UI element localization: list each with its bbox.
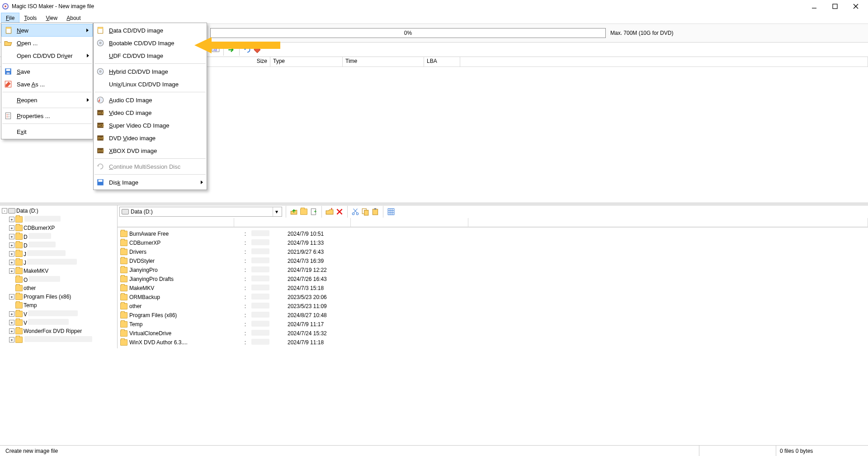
new-doc-icon[interactable]: + bbox=[310, 208, 318, 216]
app-icon bbox=[2, 3, 9, 10]
expand-icon[interactable]: + bbox=[9, 337, 14, 342]
tree-item[interactable]: +J bbox=[0, 258, 117, 266]
tree-label: other bbox=[24, 285, 36, 291]
tree-item[interactable]: +J bbox=[0, 249, 117, 258]
file-open-driver[interactable]: Open CD/DVD Driver bbox=[1, 49, 93, 62]
tree-item[interactable]: O bbox=[0, 275, 117, 284]
tree-label: WonderFox DVD Ripper bbox=[24, 328, 82, 334]
tree-item[interactable]: +D bbox=[0, 232, 117, 241]
submenu-hybrid-cd-dvd-image[interactable]: Hybrid CD/DVD Image bbox=[94, 65, 207, 78]
file-new[interactable]: New bbox=[1, 24, 93, 37]
file-row[interactable]: Drivers:2021/9/27 6:43 bbox=[118, 247, 868, 256]
tree-item[interactable]: Temp bbox=[0, 301, 117, 309]
up-folder-icon[interactable] bbox=[290, 208, 298, 216]
tree-item[interactable]: +CDBurnerXP bbox=[0, 223, 117, 232]
maximize-button[interactable] bbox=[825, 0, 845, 13]
file-list[interactable]: BurnAware Free:2024/7/9 10:51CDBurnerXP:… bbox=[118, 227, 868, 348]
expand-icon[interactable]: + bbox=[9, 251, 14, 256]
submenu-dvd-video-image[interactable]: DVDDVD Video image bbox=[94, 132, 207, 144]
chevron-down-icon[interactable]: ▾ bbox=[273, 207, 280, 216]
expand-icon[interactable]: + bbox=[9, 260, 14, 265]
file-row[interactable]: DVDStyler:2024/7/3 16:39 bbox=[118, 256, 868, 266]
vcd-icon: VCD bbox=[96, 109, 104, 117]
folder-icon bbox=[15, 302, 23, 309]
folder-icon bbox=[15, 311, 23, 317]
file-row[interactable]: Program Files (x86):2024/8/27 10:48 bbox=[118, 311, 868, 320]
file-properties[interactable]: Properties ... bbox=[1, 109, 93, 122]
submenu-disk-image[interactable]: Disk Image bbox=[94, 176, 207, 189]
file-row[interactable]: BurnAware Free:2024/7/9 10:51 bbox=[118, 229, 868, 238]
file-save-as[interactable]: Save As ... bbox=[1, 78, 93, 90]
svg-point-16 bbox=[7, 114, 8, 115]
paste-icon[interactable] bbox=[371, 208, 379, 216]
file-save[interactable]: Save bbox=[1, 65, 93, 78]
file-row[interactable]: MakeMKV:2024/7/3 15:18 bbox=[118, 284, 868, 293]
expand-icon[interactable]: - bbox=[2, 208, 7, 214]
submenu-data-cd-dvd-image[interactable]: Data CD/DVD image bbox=[94, 24, 207, 37]
copy-icon[interactable] bbox=[361, 208, 369, 216]
drive-icon bbox=[8, 208, 15, 214]
submenu-video-cd-image[interactable]: VCDVideo CD image bbox=[94, 106, 207, 119]
submenu-unix-linux-cd-dvd-image[interactable]: Unix/Linux CD/DVD Image bbox=[94, 78, 207, 90]
file-open[interactable]: Open ... bbox=[1, 37, 93, 49]
file-row[interactable]: CDBurnerXP:2024/7/9 11:33 bbox=[118, 238, 868, 247]
folder-icon bbox=[15, 268, 23, 274]
menu-view[interactable]: View bbox=[41, 13, 62, 24]
submenu-xbox-dvd-image[interactable]: DVDXBOX DVD image bbox=[94, 144, 207, 157]
file-row[interactable]: JianyingPro:2024/7/19 12:22 bbox=[118, 266, 868, 275]
col-redacted[interactable] bbox=[234, 218, 351, 227]
tree-item[interactable]: other bbox=[0, 284, 117, 292]
file-row[interactable]: Temp:2024/7/9 11:17 bbox=[118, 320, 868, 329]
col-time[interactable]: Time bbox=[343, 57, 424, 66]
cut-icon[interactable] bbox=[351, 208, 359, 216]
col-lba[interactable]: LBA bbox=[424, 57, 460, 66]
expand-icon[interactable]: + bbox=[9, 217, 14, 222]
tree-item[interactable]: +Program Files (x86) bbox=[0, 292, 117, 301]
file-reopen[interactable]: Reopen bbox=[1, 94, 93, 106]
col-spacer[interactable] bbox=[351, 218, 468, 227]
expand-icon[interactable]: + bbox=[9, 225, 14, 231]
file-exit[interactable]: Exit bbox=[1, 125, 93, 138]
drive-icon bbox=[122, 209, 129, 214]
expand-icon[interactable]: + bbox=[9, 311, 14, 317]
tree-item[interactable]: +V bbox=[0, 309, 117, 318]
submenu-udf-cd-dvd-image[interactable]: UDF CD/DVD Image bbox=[94, 49, 207, 62]
submenu-audio-cd-image[interactable]: Audio CD Image bbox=[94, 94, 207, 106]
expand-icon[interactable]: + bbox=[9, 268, 14, 274]
tree-item[interactable]: +WonderFox DVD Ripper bbox=[0, 327, 117, 335]
svg-text:+: + bbox=[314, 209, 317, 214]
folder-tree[interactable]: -Data (D:)++CDBurnerXP+D+D+J+J+MakeMKVOo… bbox=[0, 205, 117, 348]
folder-icon[interactable] bbox=[300, 208, 308, 216]
tree-item[interactable]: +MakeMKV bbox=[0, 266, 117, 275]
col-name[interactable] bbox=[118, 218, 234, 227]
close-button[interactable] bbox=[845, 0, 866, 13]
tree-item[interactable]: -Data (D:) bbox=[0, 206, 117, 215]
path-combo[interactable]: Data (D:) ▾ bbox=[119, 207, 282, 217]
expand-icon[interactable]: + bbox=[9, 242, 14, 248]
file-row[interactable]: JianyingPro Drafts:2024/7/26 16:43 bbox=[118, 275, 868, 284]
tree-item[interactable]: +D bbox=[0, 241, 117, 249]
file-row[interactable]: VirtualCloneDrive:2024/7/24 15:32 bbox=[118, 329, 868, 338]
menu-tools[interactable]: Tools bbox=[19, 13, 41, 24]
delete-icon[interactable] bbox=[335, 208, 344, 216]
svg-rect-47 bbox=[364, 210, 368, 215]
col-type[interactable]: Type bbox=[270, 57, 343, 66]
tree-item[interactable]: +V bbox=[0, 318, 117, 327]
file-row[interactable]: ORMBackup:2023/5/23 20:06 bbox=[118, 293, 868, 302]
menu-about[interactable]: About bbox=[62, 13, 85, 24]
expand-icon[interactable]: + bbox=[9, 328, 14, 334]
file-row[interactable]: WinX DVD Author 6.3....:2024/7/9 11:18 bbox=[118, 338, 868, 347]
expand-icon[interactable]: + bbox=[9, 294, 14, 299]
tree-item[interactable]: + bbox=[0, 215, 117, 223]
menu-file[interactable]: File bbox=[1, 13, 19, 24]
col-size[interactable]: Size bbox=[207, 57, 270, 66]
expand-icon[interactable]: + bbox=[9, 320, 14, 325]
grid-view-icon[interactable] bbox=[387, 208, 395, 216]
minimize-button[interactable] bbox=[804, 0, 825, 13]
new-folder-icon[interactable] bbox=[326, 208, 334, 216]
file-row[interactable]: other:2023/5/23 11:09 bbox=[118, 302, 868, 311]
tree-item[interactable]: + bbox=[0, 335, 117, 344]
expand-icon[interactable]: + bbox=[9, 234, 14, 239]
submenu-super-video-cd-image[interactable]: VCDSuper Video CD Image bbox=[94, 119, 207, 132]
submenu-bootable-cd-dvd-image[interactable]: Bootable CD/DVD Image bbox=[94, 37, 207, 49]
